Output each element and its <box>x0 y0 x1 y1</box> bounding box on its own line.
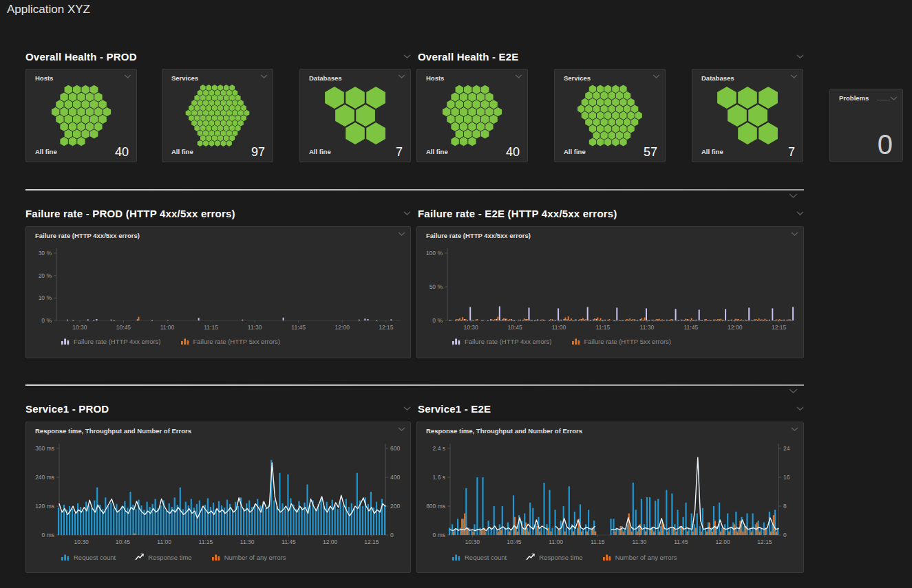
legend-item[interactable]: Number of any errors <box>602 553 677 561</box>
chevron-down-icon[interactable] <box>796 54 804 58</box>
chevron-down-icon[interactable] <box>515 74 522 78</box>
health-tile-services-e2e[interactable]: Services All fine 57 <box>554 69 666 162</box>
chevron-down-icon[interactable] <box>653 74 660 78</box>
hexagon <box>241 105 246 111</box>
health-tile-hosts-prod[interactable]: Hosts All fine 40 <box>25 69 137 162</box>
hexagon <box>65 115 73 124</box>
chart-tile-service-prod[interactable]: Response time, Throughput and Number of … <box>25 422 411 573</box>
hexagon <box>194 105 200 111</box>
honeycomb-hosts[interactable] <box>427 84 518 147</box>
chart-legend: Request countResponse timeNumber of any … <box>452 553 677 561</box>
chevron-down-icon[interactable] <box>789 193 798 198</box>
legend-item[interactable]: Failure rate (HTTP 4xx errors) <box>61 337 161 345</box>
legend-label: Number of any errors <box>224 554 286 561</box>
hexagon <box>589 98 596 107</box>
hexagon <box>221 110 226 116</box>
legend-item[interactable]: Failure rate (HTTP 5xx errors) <box>571 337 672 345</box>
chevron-down-icon[interactable] <box>403 211 411 215</box>
legend-item[interactable]: Request count <box>452 553 507 561</box>
hexagon <box>593 105 600 113</box>
chevron-down-icon[interactable] <box>890 96 898 100</box>
service-metrics-chart-e2e[interactable]: 0 ms800 ms1.6 s2.4 s08162410:3010:4511:0… <box>417 422 803 572</box>
hexagon <box>212 125 218 131</box>
hexagon <box>456 115 464 124</box>
hexagon <box>229 135 235 142</box>
honeycomb-databases[interactable] <box>310 84 401 147</box>
honeycomb-databases[interactable] <box>702 84 793 147</box>
health-tile-databases-prod[interactable]: Databases All fine 7 <box>299 69 411 162</box>
service-metrics-chart-prod[interactable]: 0 ms120 ms240 ms360 ms020040060010:3010:… <box>26 422 410 572</box>
chevron-down-icon[interactable] <box>796 406 804 411</box>
svg-text:12:00: 12:00 <box>323 538 338 545</box>
hexagon <box>366 87 385 109</box>
hexagon <box>215 130 220 136</box>
chevron-down-icon[interactable] <box>789 389 798 393</box>
hexagon <box>585 118 592 127</box>
legend-item[interactable]: Response time <box>526 553 582 561</box>
hexagon <box>619 124 626 133</box>
svg-text:10:30: 10:30 <box>463 324 478 331</box>
health-tile-hosts-e2e[interactable]: Hosts All fine 40 <box>416 69 528 162</box>
chevron-down-icon[interactable] <box>403 54 411 58</box>
hexagon <box>226 90 232 96</box>
health-tile-services-prod[interactable]: Services All fine 97 <box>162 69 273 162</box>
hexagon <box>226 130 232 136</box>
hexagon <box>212 105 218 111</box>
problems-tile[interactable]: Problems 0 <box>829 89 903 162</box>
status-label: All fine <box>701 148 723 158</box>
legend-item[interactable]: Failure rate (HTTP 5xx errors) <box>180 337 281 345</box>
chevron-down-icon[interactable] <box>403 406 411 411</box>
legend-item[interactable]: Response time <box>135 553 191 561</box>
hexagon <box>464 85 472 94</box>
chevron-down-icon[interactable] <box>796 211 804 215</box>
hexagon <box>460 92 468 101</box>
chevron-down-icon[interactable] <box>260 74 268 78</box>
hexagon <box>628 98 635 107</box>
chart-tile-service-e2e[interactable]: Response time, Throughput and Number of … <box>416 422 804 573</box>
hexagon <box>233 100 238 106</box>
page-title: Application XYZ <box>7 3 90 17</box>
svg-text:11:00: 11:00 <box>160 324 175 331</box>
hexagon <box>209 90 215 96</box>
hexagon <box>206 105 211 111</box>
status-label: All fine <box>35 148 57 158</box>
svg-text:11:30: 11:30 <box>240 538 255 545</box>
hexagon <box>447 100 454 109</box>
svg-text:30 %: 30 % <box>39 250 52 257</box>
legend-item[interactable]: Number of any errors <box>211 553 286 561</box>
hexagon <box>194 115 200 121</box>
hexagon <box>635 111 642 120</box>
hexagon <box>218 115 223 121</box>
svg-text:600: 600 <box>390 445 400 452</box>
chart-tile-failure-e2e[interactable]: Failure rate (HTTP 4xx/5xx errors) 0 %50… <box>416 226 804 358</box>
svg-text:0: 0 <box>783 532 787 538</box>
hexagon <box>624 131 630 140</box>
hexagon <box>593 91 600 100</box>
legend-item[interactable]: Request count <box>61 553 116 561</box>
hexagon <box>221 100 226 106</box>
honeycomb-services[interactable] <box>172 84 263 147</box>
svg-text:100 %: 100 % <box>426 250 443 257</box>
section-header-service-e2e: Service1 - E2E <box>418 402 804 415</box>
hexagon <box>468 122 476 131</box>
chart-tile-failure-prod[interactable]: Failure rate (HTTP 4xx/5xx errors) 0 %10… <box>25 226 411 358</box>
honeycomb-hosts[interactable] <box>36 84 127 147</box>
svg-text:800 ms: 800 ms <box>426 503 445 510</box>
svg-text:12:15: 12:15 <box>757 538 772 545</box>
hexagon <box>98 115 106 124</box>
honeycomb-services[interactable] <box>564 84 655 147</box>
tile-title: Databases <box>701 74 734 82</box>
hexagon <box>589 124 596 133</box>
health-tile-databases-e2e[interactable]: Databases All fine 7 <box>692 69 803 162</box>
legend-item[interactable]: Failure rate (HTTP 4xx errors) <box>452 337 552 345</box>
chevron-down-icon[interactable] <box>790 74 798 78</box>
hexagon <box>619 111 626 120</box>
svg-text:11:30: 11:30 <box>633 538 647 545</box>
chevron-down-icon[interactable] <box>398 74 405 78</box>
hexagon <box>221 120 226 127</box>
hexagon <box>90 100 98 109</box>
chevron-down-icon[interactable] <box>124 74 131 78</box>
hexagon <box>443 107 451 116</box>
hexagon <box>60 92 67 101</box>
hexagon <box>215 110 220 116</box>
